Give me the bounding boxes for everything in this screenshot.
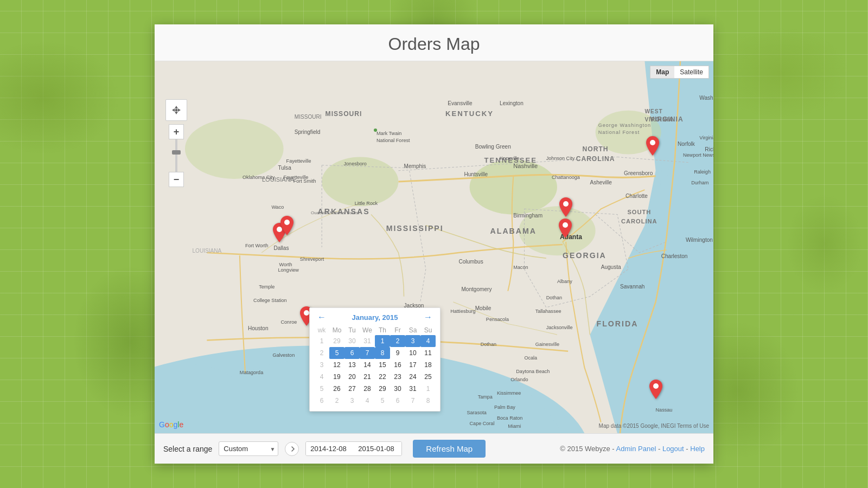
svg-text:Wilmington: Wilmington xyxy=(686,237,713,243)
calendar-day[interactable]: 16 xyxy=(390,359,405,371)
range-select[interactable]: CustomTodayYesterdayLast 7 DaysLast 30 D… xyxy=(219,441,278,456)
svg-text:Daytona Beach: Daytona Beach xyxy=(516,369,550,374)
svg-text:Cape Coral: Cape Coral xyxy=(470,421,495,426)
calendar-day[interactable]: 2 xyxy=(329,395,344,407)
calendar-day[interactable]: 2 xyxy=(390,335,405,347)
calendar-day[interactable]: 6 xyxy=(344,347,360,359)
calendar-day[interactable]: 12 xyxy=(329,359,344,371)
date-to-input[interactable] xyxy=(354,442,401,455)
svg-text:Chattanooga: Chattanooga xyxy=(552,175,580,180)
map-type-map-button[interactable]: Map xyxy=(650,66,674,78)
calendar-day[interactable]: 31 xyxy=(405,383,420,395)
calendar-week-number: 2 xyxy=(314,347,329,359)
calendar-day[interactable]: 15 xyxy=(375,359,390,371)
calendar-day[interactable]: 3 xyxy=(344,395,360,407)
bottom-toolbar: Select a range CustomTodayYesterdayLast … xyxy=(155,433,713,464)
svg-point-113 xyxy=(563,201,569,207)
cal-header-th: Th xyxy=(375,325,390,335)
calendar-day[interactable]: 27 xyxy=(344,383,360,395)
calendar-day[interactable]: 28 xyxy=(360,383,375,395)
svg-text:Washington: Washington xyxy=(699,95,713,101)
calendar-day[interactable]: 3 xyxy=(405,335,420,347)
map-pin-atlanta1[interactable] xyxy=(559,197,572,219)
zoom-in-button[interactable]: + xyxy=(169,124,184,139)
calendar-day[interactable]: 29 xyxy=(329,335,344,347)
zoom-track xyxy=(175,139,177,172)
calendar-day[interactable]: 7 xyxy=(405,395,420,407)
calendar-day[interactable]: 4 xyxy=(420,335,436,347)
calendar-day[interactable]: 10 xyxy=(405,347,420,359)
calendar-day[interactable]: 24 xyxy=(405,371,420,383)
svg-point-115 xyxy=(650,140,655,145)
calendar-week-row: 12930311234 xyxy=(314,335,436,347)
calendar-day[interactable]: 25 xyxy=(420,371,436,383)
map-pin-palm-beach[interactable] xyxy=(649,380,662,401)
date-from-input[interactable] xyxy=(306,442,354,455)
svg-text:Little Rock: Little Rock xyxy=(355,201,378,206)
svg-text:Durham: Durham xyxy=(691,180,709,185)
map-pin-dallas2[interactable] xyxy=(280,216,293,237)
svg-text:NORTH: NORTH xyxy=(583,145,609,153)
calendar-day[interactable]: 21 xyxy=(360,371,375,383)
calendar-day[interactable]: 30 xyxy=(344,335,360,347)
svg-point-112 xyxy=(304,310,309,316)
calendar-day[interactable]: 19 xyxy=(329,371,344,383)
refresh-map-button[interactable]: Refresh Map xyxy=(413,440,486,458)
calendar-week-number: 5 xyxy=(314,383,329,395)
svg-text:Palm Bay: Palm Bay xyxy=(494,404,515,410)
calendar-day[interactable]: 29 xyxy=(375,383,390,395)
calendar-prev-button[interactable]: ← xyxy=(314,312,329,322)
calendar-day[interactable]: 30 xyxy=(390,383,405,395)
calendar-day[interactable]: 6 xyxy=(390,395,405,407)
calendar-week-row: 52627282930311 xyxy=(314,383,436,395)
calendar-day[interactable]: 8 xyxy=(375,347,390,359)
calendar-day[interactable]: 31 xyxy=(360,335,375,347)
svg-text:Worth: Worth xyxy=(279,262,292,267)
calendar-day[interactable]: 17 xyxy=(405,359,420,371)
svg-text:FLORIDA: FLORIDA xyxy=(597,319,639,328)
calendar-day[interactable]: 4 xyxy=(360,395,375,407)
calendar-day[interactable]: 20 xyxy=(344,371,360,383)
svg-text:Newport News: Newport News xyxy=(683,152,713,158)
svg-text:Tulsa: Tulsa xyxy=(278,165,291,171)
calendar-day[interactable]: 26 xyxy=(329,383,344,395)
calendar-day[interactable]: 23 xyxy=(390,371,405,383)
cal-header-we: We xyxy=(360,325,375,335)
calendar-next-button[interactable]: → xyxy=(420,312,436,322)
calendar-popup: ← January, 2015 → wk Mo Tu We Th Fr Sa S… xyxy=(309,307,441,412)
map-pin-greensboro[interactable] xyxy=(646,136,659,158)
svg-text:Jonesboro: Jonesboro xyxy=(344,161,367,166)
admin-panel-link[interactable]: Admin Panel xyxy=(616,445,656,453)
map-type-satellite-button[interactable]: Satellite xyxy=(674,66,709,78)
google-logo: Google xyxy=(159,420,183,429)
svg-marker-107 xyxy=(172,108,175,112)
calendar-day[interactable]: 14 xyxy=(360,359,375,371)
calendar-day[interactable]: 11 xyxy=(420,347,436,359)
calendar-day[interactable]: 22 xyxy=(375,371,390,383)
svg-text:MISSOURI: MISSOURI xyxy=(295,114,322,120)
calendar-day[interactable]: 1 xyxy=(420,383,436,395)
calendar-day[interactable]: 7 xyxy=(360,347,375,359)
svg-point-111 xyxy=(284,220,290,225)
calendar-day[interactable]: 13 xyxy=(344,359,360,371)
range-arrow-button[interactable] xyxy=(285,442,299,456)
svg-text:KENTUCKY: KENTUCKY xyxy=(445,110,494,118)
pan-control[interactable] xyxy=(165,99,187,121)
svg-text:Nashville: Nashville xyxy=(513,163,538,169)
zoom-out-button[interactable]: − xyxy=(169,172,184,187)
help-link[interactable]: Help xyxy=(690,445,705,453)
map-pin-atlanta2[interactable] xyxy=(559,219,572,240)
calendar-day[interactable]: 9 xyxy=(390,347,405,359)
calendar-day[interactable]: 18 xyxy=(420,359,436,371)
calendar-day[interactable]: 5 xyxy=(329,347,344,359)
svg-text:Sarasota: Sarasota xyxy=(467,410,487,415)
logout-link[interactable]: Logout xyxy=(662,445,684,453)
range-select-wrapper: CustomTodayYesterdayLast 7 DaysLast 30 D… xyxy=(219,441,278,456)
svg-text:Waco: Waco xyxy=(271,204,284,210)
calendar-day[interactable]: 1 xyxy=(375,335,390,347)
calendar-day[interactable]: 5 xyxy=(375,395,390,407)
svg-text:Albany: Albany xyxy=(557,279,572,284)
calendar-day[interactable]: 8 xyxy=(420,395,436,407)
svg-text:Evansville: Evansville xyxy=(448,100,473,106)
zoom-thumb[interactable] xyxy=(172,150,181,155)
